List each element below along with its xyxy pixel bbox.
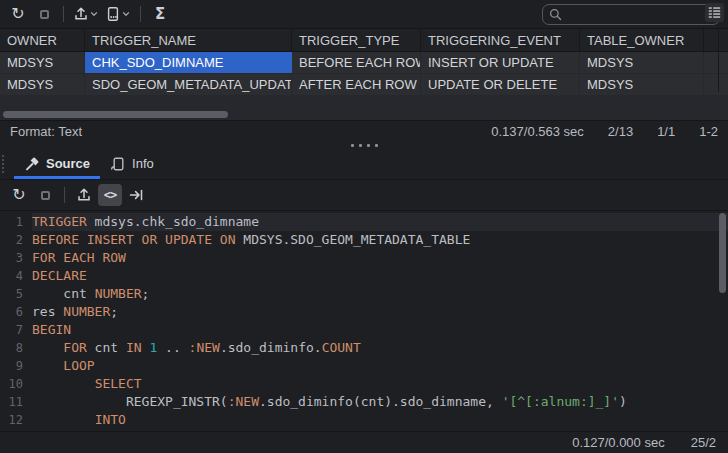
source-load-time: 0.127/0.000 sec [572, 435, 665, 450]
grid-scrollbar-track [718, 25, 719, 92]
code-line[interactable]: 11 REGEXP_INSTR(:NEW.sdo_diminfo(cnt).sd… [0, 393, 728, 411]
grid-cell[interactable]: UPDATE OR DELETE [421, 74, 580, 95]
stop-icon [40, 10, 49, 19]
code-line[interactable]: 8 FOR cnt IN 1 .. :NEW.sdo_diminfo.COUNT [0, 339, 728, 357]
refresh-icon: ↻ [11, 6, 24, 22]
refresh-icon: ↻ [12, 187, 25, 203]
line-number: 4 [0, 267, 32, 285]
code-text: TRIGGER mdsys.chk_sdo_dimname [32, 213, 728, 231]
code-icon: <> [104, 188, 116, 202]
line-number: 10 [0, 375, 32, 393]
toolbar-separator [63, 6, 64, 22]
grid-header: OWNERTRIGGER_NAMETRIGGER_TYPETRIGGERING_… [0, 28, 728, 52]
column-header-trigger_name[interactable]: TRIGGER_NAME [85, 29, 292, 51]
code-text: SELECT [32, 375, 728, 393]
table-row[interactable]: MDSYSCHK_SDO_DIMNAMEBEFORE EACH ROWINSER… [0, 52, 728, 74]
export-data-button[interactable] [71, 3, 101, 25]
horizontal-scrollbar-thumb[interactable] [3, 111, 228, 118]
code-line[interactable]: 4DECLARE [0, 267, 728, 285]
horizontal-scrollbar[interactable] [0, 110, 728, 120]
editor-scrollbar-thumb[interactable] [719, 213, 726, 293]
grid-cell[interactable]: BEFORE EACH ROW [292, 52, 421, 73]
refresh-button[interactable]: ↻ [7, 184, 31, 206]
code-text: FOR EACH ROW [32, 249, 728, 267]
document-icon [105, 6, 121, 22]
line-number: 6 [0, 303, 32, 321]
column-settings-button[interactable] [705, 3, 724, 22]
code-line[interactable]: 2BEFORE INSERT OR UPDATE ON MDSYS.SDO_GE… [0, 231, 728, 249]
grid-cell[interactable]: MDSYS [580, 74, 704, 95]
code-text: LOOP [32, 357, 728, 375]
sigma-icon: Σ [155, 5, 165, 23]
column-header-table_owner[interactable]: TABLE_OWNER [580, 29, 704, 51]
grid-cell[interactable]: CHK_SDO_DIMNAME [85, 52, 292, 73]
columns-icon [707, 5, 722, 20]
grid-cell[interactable]: SDO_GEOM_METADATA_UPDATE [85, 74, 292, 95]
line-number: 8 [0, 339, 32, 357]
tab-source[interactable]: Source [14, 148, 100, 179]
code-editor[interactable]: 1TRIGGER mdsys.chk_sdo_dimname2BEFORE IN… [0, 211, 728, 431]
grid-body: MDSYSCHK_SDO_DIMNAMEBEFORE EACH ROWINSER… [0, 52, 728, 96]
code-line[interactable]: 12 INTO [0, 411, 728, 429]
tab-info[interactable]: Info [100, 148, 164, 179]
toolbar-separator [64, 187, 65, 203]
code-text: cnt NUMBER; [32, 285, 728, 303]
code-lines: 1TRIGGER mdsys.chk_sdo_dimname2BEFORE IN… [0, 213, 728, 429]
column-header-trigger_type[interactable]: TRIGGER_TYPE [292, 29, 421, 51]
aggregate-button[interactable]: Σ [148, 3, 172, 25]
code-line[interactable]: 9 LOOP [0, 357, 728, 375]
goto-editor-button[interactable] [124, 184, 148, 206]
splitter-dot [351, 144, 354, 147]
stop-button[interactable] [32, 3, 56, 25]
stop-icon [41, 191, 50, 200]
grid-cell[interactable]: MDSYS [0, 74, 85, 95]
grid-cell[interactable]: INSERT OR UPDATE [421, 52, 580, 73]
source-status-bar: 0.127/0.000 sec 25/2 [0, 431, 728, 453]
database-ide-window: ↻ Σ [0, 0, 728, 453]
code-text: INTO [32, 411, 728, 429]
grid-cell[interactable]: MDSYS [0, 52, 85, 73]
line-number: 2 [0, 231, 32, 249]
code-text: BEGIN [32, 321, 728, 339]
search-field[interactable] [542, 4, 720, 25]
execution-time: 0.137/0.563 sec [491, 124, 584, 139]
toolbar-separator [140, 6, 141, 22]
data-extractor-button[interactable] [103, 3, 133, 25]
code-line[interactable]: 5 cnt NUMBER; [0, 285, 728, 303]
show-source-button[interactable]: <> [98, 184, 122, 206]
column-header-owner[interactable]: OWNER [0, 29, 85, 51]
code-line[interactable]: 10 SELECT [0, 375, 728, 393]
page-indicator: 1/1 [657, 124, 675, 139]
line-number: 11 [0, 393, 32, 411]
grid-cell[interactable]: AFTER EACH ROW [292, 74, 421, 95]
results-status-metrics: 0.137/0.563 sec 2/13 1/1 1-2 [491, 124, 718, 139]
chevron-down-icon [121, 9, 131, 19]
table-row[interactable]: MDSYSSDO_GEOM_METADATA_UPDATEAFTER EACH … [0, 74, 728, 96]
stop-button[interactable] [33, 184, 57, 206]
results-toolbar: ↻ Σ [0, 0, 728, 28]
code-line[interactable]: 6res NUMBER; [0, 303, 728, 321]
code-line[interactable]: 7BEGIN [0, 321, 728, 339]
search-icon [548, 7, 563, 22]
hammer-icon [24, 156, 40, 172]
splitter-dot [367, 144, 370, 147]
code-line[interactable]: 3FOR EACH ROW [0, 249, 728, 267]
grid-cell[interactable]: MDSYS [580, 52, 704, 73]
refresh-button[interactable]: ↻ [6, 3, 30, 25]
caret-position: 25/2 [691, 435, 716, 450]
rows-fetched: 2/13 [608, 124, 633, 139]
code-text: REGEXP_INSTR(:NEW.sdo_diminfo(cnt).sdo_d… [32, 393, 728, 411]
scroll-icon [110, 156, 126, 172]
chevron-down-icon [89, 9, 99, 19]
submit-changes-button[interactable] [72, 184, 96, 206]
code-line[interactable]: 1TRIGGER mdsys.chk_sdo_dimname [0, 213, 728, 231]
upload-icon [73, 6, 89, 22]
column-header-triggering_event[interactable]: TRIGGERING_EVENT [421, 29, 580, 51]
tab-label: Source [46, 156, 90, 171]
drag-handle-icon[interactable] [2, 155, 4, 173]
line-number: 9 [0, 357, 32, 375]
code-text: DECLARE [32, 267, 728, 285]
row-range: 1-2 [699, 124, 718, 139]
splitter-dot [359, 144, 362, 147]
search-input[interactable] [567, 6, 714, 23]
